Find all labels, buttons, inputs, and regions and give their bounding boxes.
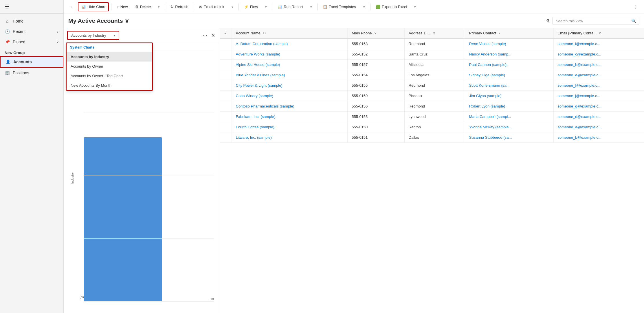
row-contact-5[interactable]: Jim Glynn (sample)	[465, 91, 553, 101]
row-account-name-4[interactable]: City Power & Light (sample)	[232, 80, 348, 91]
row-contact-1[interactable]: Nancy Anderson (samp...	[465, 49, 553, 60]
row-account-name-5[interactable]: Coho Winery (sample)	[232, 91, 348, 101]
dropdown-item-by-industry[interactable]: Accounts by Industry	[67, 52, 152, 62]
page-title-caret-icon[interactable]: ∨	[125, 17, 129, 24]
row-check-8[interactable]	[220, 122, 232, 132]
th-address1[interactable]: Address 1: ... ∨	[404, 28, 465, 38]
row-email-0[interactable]: someone_i@example.c...	[553, 38, 644, 49]
row-email-8[interactable]: someone_a@example.c...	[553, 122, 644, 132]
email-link-button[interactable]: ✉ Email a Link	[196, 3, 227, 11]
excel-templates-button[interactable]: 📋 Excel Templates	[320, 3, 359, 11]
row-check-5[interactable]	[220, 91, 232, 101]
filter-icon[interactable]: ⚗	[546, 18, 550, 24]
row-email-2[interactable]: someone_h@example.c...	[553, 60, 644, 70]
row-email-6[interactable]: someone_g@example.c...	[553, 101, 644, 112]
row-check-2[interactable]	[220, 60, 232, 70]
row-check-4[interactable]	[220, 80, 232, 91]
row-check-6[interactable]	[220, 101, 232, 112]
row-email-3[interactable]: someone_e@example.c...	[553, 70, 644, 80]
refresh-button[interactable]: ↻ Refresh	[168, 3, 191, 11]
row-contact-2[interactable]: Paul Cannon (sample)..	[465, 60, 553, 70]
row-check-0[interactable]	[220, 38, 232, 49]
row-contact-4[interactable]: Scott Konersmann (sa...	[465, 80, 553, 91]
dropdown-item-new-by-month[interactable]: New Accounts By Month	[67, 81, 152, 90]
sidebar-group-label: New Group	[0, 47, 63, 56]
row-email-9[interactable]: someone_b@example.c...	[553, 132, 644, 143]
row-check-9[interactable]	[220, 132, 232, 143]
run-report-caret-button[interactable]: ∨	[307, 3, 315, 10]
export-excel-icon: 🟩	[376, 5, 380, 9]
sidebar-home-label: Home	[13, 19, 23, 23]
sidebar-item-pinned[interactable]: 📌 Pinned ∨	[0, 37, 63, 47]
row-account-name-2[interactable]: Alpine Ski House (sample)	[232, 60, 348, 70]
search-input[interactable]	[556, 19, 629, 23]
row-phone-1: 555-0152	[348, 49, 405, 60]
row-check-3[interactable]	[220, 70, 232, 80]
chart-bar-1[interactable]	[84, 137, 162, 301]
row-account-name-7[interactable]: Fabrikam, Inc. (sample)	[232, 112, 348, 122]
row-email-7[interactable]: someone_d@example.c...	[553, 112, 644, 122]
delete-button[interactable]: 🗑 Delete	[132, 3, 154, 11]
delete-caret-button[interactable]: ∨	[155, 3, 163, 10]
positions-icon: 🏢	[5, 71, 10, 75]
row-account-name-8[interactable]: Fourth Coffee (sample)	[232, 122, 348, 132]
export-excel-label: Export to Excel	[382, 5, 407, 9]
email-caret-button[interactable]: ∨	[228, 3, 236, 10]
row-check-7[interactable]	[220, 112, 232, 122]
sidebar-item-accounts[interactable]: 👤 Accounts	[0, 56, 63, 68]
row-contact-3[interactable]: Sidney Higa (sample)	[465, 70, 553, 80]
row-email-5[interactable]: someone_j@example.c...	[553, 91, 644, 101]
th-email-label: Email (Primary Conta...	[558, 31, 597, 35]
toolbar: ← 📊 Hide Chart + New 🗑 Delete ∨ ↻ Refres…	[64, 0, 644, 14]
chart-more-button[interactable]: ⋯	[201, 32, 208, 39]
dropdown-item-by-owner[interactable]: Accounts by Owner	[67, 62, 152, 71]
hamburger-icon[interactable]: ☰	[5, 4, 9, 10]
sidebar-item-recent[interactable]: 🕐 Recent ∨	[0, 26, 63, 37]
row-account-name-1[interactable]: Adventure Works (sample)	[232, 49, 348, 60]
row-contact-7[interactable]: Maria Campbell (sampl...	[465, 112, 553, 122]
sidebar-item-home[interactable]: ⌂ Home	[0, 16, 63, 26]
row-contact-8[interactable]: Yvonne McKay (sample...	[465, 122, 553, 132]
row-account-name-0[interactable]: A. Datum Corporation (sample)	[232, 38, 348, 49]
export-caret-button[interactable]: ∨	[411, 3, 419, 10]
th-address1-label: Address 1: ...	[409, 31, 431, 35]
row-address-4: Redmond	[404, 80, 465, 91]
dropdown-item-by-owner-tag[interactable]: Accounts by Owner - Tag Chart	[67, 71, 152, 81]
row-account-name-3[interactable]: Blue Yonder Airlines (sample)	[232, 70, 348, 80]
th-main-phone[interactable]: Main Phone ∨	[348, 28, 405, 38]
table-row: Adventure Works (sample) 555-0152 Santa …	[220, 49, 644, 60]
row-email-1[interactable]: someone_c@example.c...	[553, 49, 644, 60]
back-button[interactable]: ←	[67, 3, 77, 11]
flow-button[interactable]: ⚡ Flow	[241, 3, 261, 11]
row-email-4[interactable]: someone_f@example.c...	[553, 80, 644, 91]
chart-close-button[interactable]: ✕	[210, 32, 216, 39]
th-email[interactable]: Email (Primary Conta... ∨	[553, 28, 644, 38]
row-address-7: Lynnwood	[404, 112, 465, 122]
flow-caret-button[interactable]: ∨	[262, 3, 270, 10]
delete-icon: 🗑	[135, 5, 139, 9]
new-icon: +	[117, 5, 119, 9]
search-icon[interactable]: 🔍	[631, 18, 636, 23]
export-excel-button[interactable]: 🟩 Export to Excel	[373, 3, 410, 11]
run-report-button[interactable]: 📊 Run Report	[275, 3, 306, 11]
new-button[interactable]: + New	[114, 3, 131, 11]
recent-chevron-icon: ∨	[56, 30, 59, 34]
th-account-name[interactable]: Account Name ↑ ↓	[232, 28, 348, 38]
page-title: My Active Accounts ∨	[68, 17, 129, 24]
row-account-name-6[interactable]: Contoso Pharmaceuticals (sample)	[232, 101, 348, 112]
sidebar-item-positions[interactable]: 🏢 Positions	[0, 68, 63, 78]
sidebar-nav: ⌂ Home 🕐 Recent ∨ 📌 Pinned ∨ New Group 👤…	[0, 14, 63, 80]
row-contact-0[interactable]: Rene Valdes (sample)	[465, 38, 553, 49]
th-check[interactable]: ✓	[220, 28, 232, 38]
chart-y-axis-label: Industry	[71, 172, 74, 184]
excel-templates-caret-button[interactable]: ∨	[360, 3, 368, 10]
th-primary-contact[interactable]: Primary Contact ∨	[465, 28, 553, 38]
report-icon: 📊	[278, 5, 282, 9]
row-check-1[interactable]	[220, 49, 232, 60]
row-account-name-9[interactable]: Litware, Inc. (sample)	[232, 132, 348, 143]
hide-chart-button[interactable]: 📊 Hide Chart	[78, 2, 109, 11]
row-contact-9[interactable]: Susanna Stubberod (sa...	[465, 132, 553, 143]
more-options-button[interactable]: ⋮	[631, 3, 641, 11]
chart-selector-dropdown[interactable]: Accounts by Industry ∨	[67, 31, 119, 40]
row-contact-6[interactable]: Robert Lyon (sample)	[465, 101, 553, 112]
